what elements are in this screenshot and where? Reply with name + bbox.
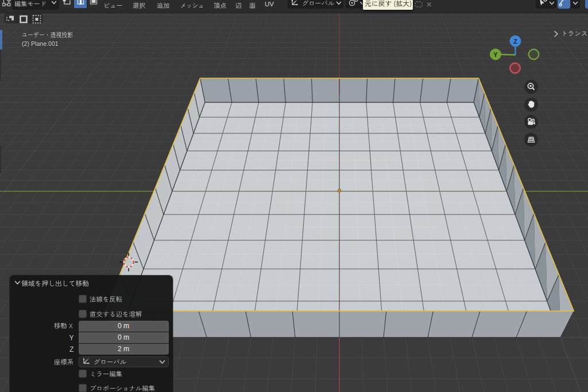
select-mode-buttons: [61, 0, 100, 8]
left-edge-mark-2: [0, 145, 1, 173]
tooltip-text: 元に戻す (拡大): [365, 0, 412, 8]
move-y-label: Y: [69, 334, 74, 342]
vertex-select-button[interactable]: [61, 0, 74, 8]
orientation-dd-value: グローバル: [94, 358, 126, 366]
mirror-editing-checkbox[interactable]: [79, 370, 87, 378]
dissolve-orthogonal-checkbox[interactable]: [79, 310, 87, 318]
flip-normals-label: 法線を反転: [90, 295, 122, 303]
snap-magnet-icon: [414, 0, 434, 9]
vertex-select-icon: [61, 0, 74, 8]
panel-collapse-chevron-icon[interactable]: [14, 280, 21, 286]
sidebar-tab-label: トランス: [561, 29, 588, 38]
overlays-dropdown[interactable]: [571, 0, 580, 9]
pivot-point-icon: [347, 0, 359, 7]
select-extend-button[interactable]: [17, 13, 30, 24]
viewport-header: 編集モード: [0, 0, 588, 13]
orientation-axes-icon: [291, 0, 299, 7]
mirror-editing-label: ミラー編集: [90, 370, 122, 378]
transform-orientation-dropdown[interactable]: グローバル: [288, 0, 343, 9]
move-x-field[interactable]: 0 m: [79, 321, 169, 332]
orientation-axes-icon: [82, 358, 91, 366]
select-intersect-icon: [30, 13, 43, 24]
proportional-editing-checkbox[interactable]: [79, 384, 87, 392]
mode-dropdown[interactable]: 編集モード: [12, 0, 59, 10]
gizmo-cursor-icon: [537, 0, 548, 6]
move-x-label: 移動 X: [54, 321, 73, 330]
select-set-button[interactable]: [4, 13, 17, 24]
move-x-value: 0 m: [79, 321, 169, 332]
chevron-down-icon: [159, 360, 165, 365]
grid-icon: [524, 133, 538, 147]
camera-icon: [524, 115, 538, 129]
navigation-gizmo[interactable]: Z Y: [482, 30, 546, 76]
gizmo-y-label: Y: [493, 51, 498, 58]
gizmo-z-label: Z: [513, 38, 517, 45]
dissolve-orthogonal-label: 直交する辺を溶解: [90, 310, 142, 318]
snapping-controls[interactable]: [414, 0, 434, 9]
menu-edge[interactable]: 辺: [235, 1, 242, 10]
overlays-toggle[interactable]: [558, 0, 570, 9]
tool-settings-modes: [4, 13, 43, 24]
select-extend-icon: [17, 13, 30, 24]
pan-button[interactable]: [524, 98, 538, 112]
left-edge-blue-strip: [0, 30, 2, 49]
orientation-value: グローバル: [302, 0, 334, 7]
menu-uv[interactable]: UV: [265, 1, 274, 7]
chevron-down-icon: [336, 1, 342, 6]
move-z-field[interactable]: 2 m: [79, 344, 169, 355]
view-mode-label: ユーザー・透視投影: [22, 30, 74, 39]
face-select-button[interactable]: [87, 0, 100, 8]
menu-mesh[interactable]: メッシュ: [180, 1, 204, 10]
mode-dropdown-label: 編集モード: [14, 0, 47, 8]
gizmo-x-neg-axis[interactable]: [510, 63, 520, 74]
move-y-value: 0 m: [79, 332, 169, 343]
tooltip: 元に戻す (拡大): [362, 0, 413, 10]
edge-select-button[interactable]: [74, 0, 87, 8]
orientation-dropdown[interactable]: グローバル: [79, 356, 169, 367]
panel-title[interactable]: 領域を押し出して移動: [21, 279, 90, 288]
menu-select[interactable]: 選択: [133, 1, 146, 10]
camera-view-button[interactable]: [524, 115, 538, 129]
move-z-value: 2 m: [79, 344, 169, 355]
orientation-label: 座標系: [54, 358, 74, 366]
chevron-down-icon: [51, 1, 57, 5]
hand-icon: [524, 98, 538, 112]
proportional-editing-label: プロポーショナル編集: [90, 384, 155, 392]
gizmos-dropdown[interactable]: [536, 0, 556, 9]
menu-add[interactable]: 追加: [157, 1, 170, 10]
edge-select-icon: [74, 0, 87, 8]
select-intersect-button[interactable]: [30, 13, 43, 24]
perspective-toggle-button[interactable]: [524, 133, 538, 147]
left-edge-mark: [0, 50, 1, 81]
chevron-down-icon: [572, 1, 578, 6]
move-z-label: Z: [69, 345, 74, 353]
zoom-icon: [524, 80, 538, 94]
menu-vertex[interactable]: 頂点: [214, 1, 227, 10]
active-object-label: (2) Plane.001: [22, 41, 59, 47]
menu-view[interactable]: ビュー: [103, 1, 123, 10]
flip-normals-checkbox[interactable]: [79, 295, 87, 303]
menu-face[interactable]: 面: [249, 1, 256, 10]
select-set-icon: [4, 13, 17, 24]
gizmo-y-neg-axis[interactable]: [529, 49, 539, 60]
blender-3d-viewport: ユーザー・透視投影 (2) Plane.001 トランス Z Y: [0, 0, 588, 392]
xray-toggle[interactable]: [585, 0, 588, 9]
editor-type-icon[interactable]: [2, 0, 11, 8]
chevron-right-icon: [552, 29, 560, 39]
face-select-icon: [87, 0, 100, 8]
operator-panel: 領域を押し出して移動 法線を反転 直交する辺を溶解 移動 X 0 m Y 0 m…: [10, 275, 173, 392]
overlays-icon: [558, 0, 570, 6]
zoom-button[interactable]: [524, 80, 538, 94]
move-y-field[interactable]: 0 m: [79, 332, 169, 343]
chevron-down-icon: [549, 1, 555, 6]
